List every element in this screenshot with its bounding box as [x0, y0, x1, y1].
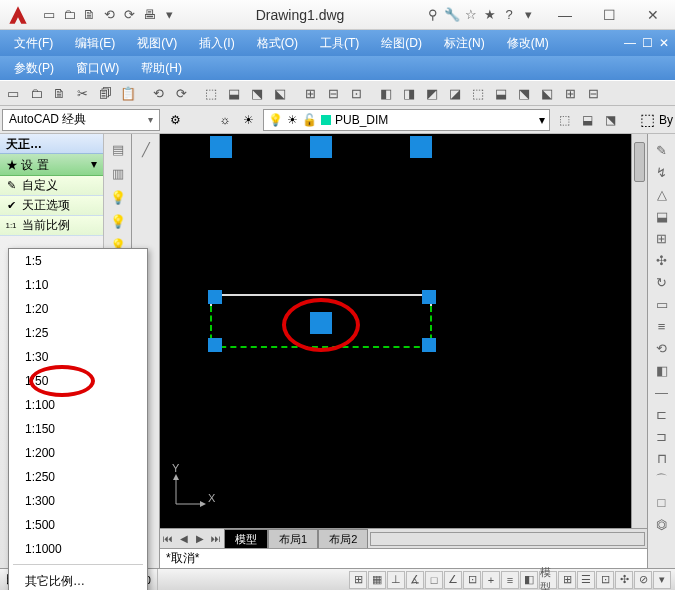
status-icon[interactable]: ☰ [577, 571, 595, 589]
tool-icon[interactable]: ✂ [71, 82, 93, 104]
scale-option[interactable]: 1:500 [9, 513, 147, 537]
menu-format[interactable]: 格式(O) [247, 31, 308, 56]
tab-nav-next-icon[interactable]: ▶ [192, 533, 208, 544]
grip-handle[interactable] [310, 136, 332, 158]
rtool-icon[interactable]: ⬓ [651, 206, 673, 226]
tab-layout1[interactable]: 布局1 [268, 529, 318, 549]
rtool-icon[interactable]: △ [651, 184, 673, 204]
layer-off-icon[interactable]: ☀ [237, 109, 259, 131]
panel-group-settings[interactable]: ★ 设 置 ▾ [0, 154, 103, 176]
menu-param[interactable]: 参数(P) [4, 56, 64, 81]
rtool-icon[interactable]: ⊏ [651, 404, 673, 424]
qat-undo-icon[interactable]: ⟲ [100, 4, 118, 26]
dyn-toggle[interactable]: + [482, 571, 500, 589]
status-icon[interactable]: ✣ [615, 571, 633, 589]
rtool-icon[interactable]: ≡ [651, 316, 673, 336]
tool-icon[interactable]: ▭ [2, 82, 24, 104]
star-icon[interactable]: ☆ [462, 5, 480, 25]
menu-insert[interactable]: 插入(I) [189, 31, 244, 56]
qat-save-icon[interactable]: 🗎 [80, 4, 98, 26]
favorite-icon[interactable]: ★ [481, 5, 499, 25]
scale-option[interactable]: 1:100 [9, 393, 147, 417]
scale-option[interactable]: 1:20 [9, 297, 147, 321]
tool-icon[interactable]: ⬕ [536, 82, 558, 104]
panel-header[interactable]: 天正… [0, 134, 103, 154]
scale-option[interactable]: 1:300 [9, 489, 147, 513]
otrack-toggle[interactable]: ∠ [444, 571, 462, 589]
menu-view[interactable]: 视图(V) [127, 31, 187, 56]
tool-icon[interactable]: 🗎 [48, 82, 70, 104]
grid-toggle[interactable]: ▦ [368, 571, 386, 589]
scale-option[interactable]: 1:30 [9, 345, 147, 369]
doc-close-button[interactable]: ✕ [657, 34, 671, 52]
tool-icon[interactable]: ⬓ [223, 82, 245, 104]
bylayer-icon[interactable]: ⬚ [640, 110, 655, 129]
wrench-icon[interactable]: 🔧 [443, 5, 461, 25]
rtool-icon[interactable]: ⏣ [651, 514, 673, 534]
layer-prop-icon[interactable]: ☼ [214, 109, 236, 131]
vertical-scrollbar[interactable] [631, 134, 647, 528]
rtool-icon[interactable]: ↯ [651, 162, 673, 182]
drawing-canvas[interactable]: Y X [160, 134, 647, 528]
scale-option[interactable]: 1:10 [9, 273, 147, 297]
tool-icon[interactable]: ⬔ [513, 82, 535, 104]
tab-model[interactable]: 模型 [224, 529, 268, 549]
tool-icon[interactable]: ◧ [375, 82, 397, 104]
menu-window[interactable]: 窗口(W) [66, 56, 129, 81]
rtool-icon[interactable]: ↻ [651, 272, 673, 292]
panel-item-custom[interactable]: ✎ 自定义 [0, 176, 103, 196]
grip-handle[interactable] [422, 338, 436, 352]
grip-handle[interactable] [208, 338, 222, 352]
rtool-icon[interactable]: ⊓ [651, 448, 673, 468]
tool-icon[interactable]: 🗀 [25, 82, 47, 104]
qat-print-icon[interactable]: 🖶 [140, 4, 158, 26]
horizontal-scrollbar[interactable] [370, 532, 645, 546]
menu-dimension[interactable]: 标注(N) [434, 31, 495, 56]
stack-icon[interactable]: ▥ [107, 162, 129, 184]
grip-handle[interactable] [208, 290, 222, 304]
scale-option[interactable]: 1:250 [9, 465, 147, 489]
layer-dropdown[interactable]: 💡 ☀ 🔓 PUB_DIM ▾ [263, 109, 550, 131]
bulb-icon[interactable]: 💡 [107, 210, 129, 232]
grip-handle[interactable] [210, 136, 232, 158]
polar-toggle[interactable]: ∡ [406, 571, 424, 589]
menu-tools[interactable]: 工具(T) [310, 31, 369, 56]
tool-icon[interactable]: ⊞ [299, 82, 321, 104]
tool-icon[interactable]: ⟲ [147, 82, 169, 104]
bulb-icon[interactable]: 💡 [107, 186, 129, 208]
tool-icon[interactable]: ⟳ [170, 82, 192, 104]
doc-restore-button[interactable]: ☐ [640, 34, 655, 52]
maximize-button[interactable]: ☐ [587, 0, 631, 30]
qat-open-icon[interactable]: 🗀 [60, 4, 78, 26]
rtool-icon[interactable]: ⌒ [651, 470, 673, 490]
menu-modify[interactable]: 修改(M) [497, 31, 559, 56]
grip-handle[interactable] [422, 290, 436, 304]
help-dropdown-icon[interactable]: ▾ [519, 5, 537, 25]
stack-icon[interactable]: ▤ [107, 138, 129, 160]
status-icon[interactable]: ⊡ [596, 571, 614, 589]
tool-icon[interactable]: ⊟ [322, 82, 344, 104]
menu-draw[interactable]: 绘图(D) [371, 31, 432, 56]
tool-icon[interactable]: ⬚ [200, 82, 222, 104]
grip-handle[interactable] [410, 136, 432, 158]
lw-toggle[interactable]: ≡ [501, 571, 519, 589]
tool-icon[interactable]: ⊞ [559, 82, 581, 104]
layer-tool-icon[interactable]: ⬚ [554, 109, 576, 131]
doc-minimize-button[interactable]: — [622, 34, 638, 52]
rtool-icon[interactable]: ✣ [651, 250, 673, 270]
osnap-toggle[interactable]: □ [425, 571, 443, 589]
tool-icon[interactable]: ⬓ [490, 82, 512, 104]
qat-new-icon[interactable]: ▭ [40, 4, 58, 26]
vtool-icon[interactable]: ╱ [135, 138, 157, 160]
panel-item-scale[interactable]: 1:1 当前比例 [0, 216, 103, 236]
scale-option[interactable]: 1:1000 [9, 537, 147, 561]
help-icon[interactable]: ? [500, 5, 518, 25]
minimize-button[interactable]: — [543, 0, 587, 30]
rtool-icon[interactable]: ⊞ [651, 228, 673, 248]
tool-icon[interactable]: ⬚ [467, 82, 489, 104]
rtool-icon[interactable]: ▭ [651, 294, 673, 314]
tool-icon[interactable]: ⊟ [582, 82, 604, 104]
menu-help[interactable]: 帮助(H) [131, 56, 192, 81]
search-icon[interactable]: ⚲ [424, 5, 442, 25]
tab-nav-prev-icon[interactable]: ◀ [176, 533, 192, 544]
